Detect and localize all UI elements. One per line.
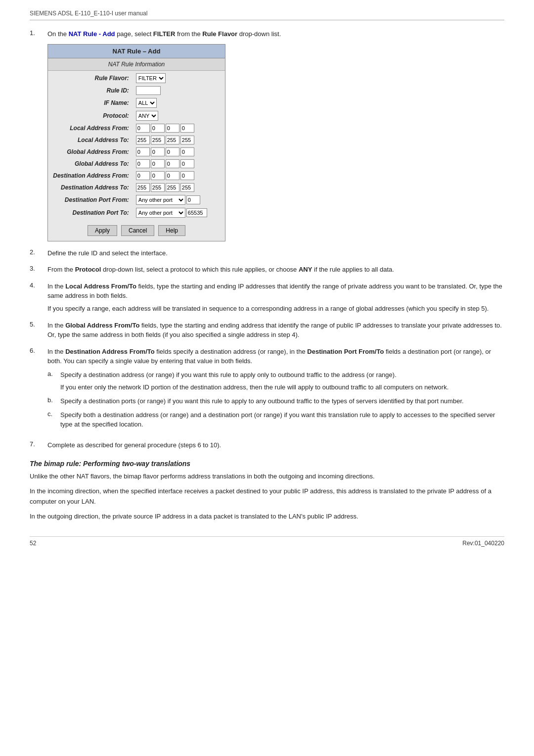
value-rule-flavor[interactable]: FILTER (133, 72, 225, 85)
global-to-ip3[interactable] (166, 159, 179, 168)
local-from-ip3[interactable] (166, 124, 179, 133)
step-4-content: In the Local Address From/To fields, typ… (47, 282, 504, 314)
nat-rule-add-box: NAT Rule – Add NAT Rule Information Rule… (47, 44, 225, 241)
dest-port-from-input[interactable] (186, 195, 200, 204)
label-if-name: IF Name: (48, 96, 133, 109)
step-6a-text: Specify a destination address (or range)… (60, 370, 448, 380)
label-global-to: Global Address To: (48, 158, 133, 170)
step-4-indent: If you specify a range, each address wil… (47, 304, 504, 314)
nat-button-row: Apply Cancel Help (48, 225, 225, 236)
bimap-para-1: Unlike the other NAT flavors, the bimap … (30, 472, 504, 481)
step-2-number: 2. (30, 248, 40, 256)
value-global-from[interactable] (133, 146, 225, 158)
step-6c-text: Specify both a destination address (or r… (60, 410, 504, 429)
dest-to-ip3[interactable] (166, 183, 179, 192)
protocol-select[interactable]: ANY (136, 111, 158, 121)
step-3-text: From the Protocol drop-down list, select… (47, 265, 504, 275)
global-from-ip3[interactable] (166, 147, 179, 156)
value-local-to[interactable] (133, 134, 225, 146)
local-from-ip4[interactable] (180, 124, 194, 133)
step-4-number: 4. (30, 282, 40, 289)
local-to-ip4[interactable] (180, 136, 194, 144)
step-6a: a. Specify a destination address (or ran… (47, 370, 504, 393)
global-to-ip4[interactable] (180, 159, 194, 168)
label-dest-addr-from: Destination Address From: (48, 170, 133, 182)
dest-to-ip2[interactable] (151, 183, 165, 192)
global-from-ip4[interactable] (180, 147, 194, 156)
local-to-ip2[interactable] (151, 136, 165, 144)
page-footer: 52 Rev:01_040220 (30, 536, 504, 547)
step-6b-letter: b. (47, 396, 55, 406)
page-number: 52 (30, 540, 36, 547)
label-protocol: Protocol: (48, 109, 133, 122)
value-global-to[interactable] (133, 158, 225, 170)
value-dest-port-from[interactable]: Any other port (133, 193, 225, 206)
value-dest-port-to[interactable]: Any other port (133, 206, 225, 219)
dest-to-ip4[interactable] (180, 183, 194, 192)
revision-number: Rev:01_040220 (462, 540, 504, 547)
step-3: 3. From the Protocol drop-down list, sel… (30, 265, 504, 275)
nat-rule-add-link[interactable]: NAT Rule - Add (69, 30, 115, 38)
step-6a-content: Specify a destination address (or range)… (60, 370, 448, 393)
field-global-to: Global Address To: (48, 158, 225, 170)
dest-from-ip1[interactable] (136, 171, 150, 180)
label-rule-flavor: Rule Flavor: (48, 72, 133, 85)
step-1-number: 1. (30, 29, 40, 37)
field-local-from: Local Address From: (48, 122, 225, 134)
step-5-content: In the Global Address From/To fields, ty… (47, 321, 504, 340)
local-from-ip1[interactable] (136, 124, 150, 133)
global-to-ip2[interactable] (151, 159, 165, 168)
step-6c-letter: c. (47, 410, 55, 429)
steps-list: 1. On the NAT Rule - Add page, select FI… (30, 29, 504, 450)
step-6-sublist: a. Specify a destination address (or ran… (47, 370, 504, 429)
value-dest-addr-to[interactable] (133, 182, 225, 193)
value-if-name[interactable]: ALL (133, 96, 225, 109)
step-4-text: In the Local Address From/To fields, typ… (47, 282, 504, 301)
step-4: 4. In the Local Address From/To fields, … (30, 282, 504, 314)
value-protocol[interactable]: ANY (133, 109, 225, 122)
field-if-name: IF Name: ALL (48, 96, 225, 109)
dest-port-to-select[interactable]: Any other port (136, 208, 185, 218)
label-dest-port-from: Destination Port From: (48, 193, 133, 206)
step-1-text: On the NAT Rule - Add page, select FILTE… (47, 29, 504, 39)
if-name-select[interactable]: ALL (136, 98, 157, 108)
label-dest-port-to: Destination Port To: (48, 206, 133, 219)
bimap-para-2: In the incoming direction, when the spec… (30, 486, 504, 506)
step-5-text: In the Global Address From/To fields, ty… (47, 321, 504, 340)
step-6a-letter: a. (47, 370, 55, 393)
field-rule-id: Rule ID: (48, 85, 225, 96)
dest-port-from-select[interactable]: Any other port (136, 195, 185, 205)
nat-box-title: NAT Rule – Add (48, 45, 225, 58)
local-to-ip3[interactable] (166, 136, 179, 144)
step-3-content: From the Protocol drop-down list, select… (47, 265, 504, 275)
step-6b-content: Specify a destination ports (or range) i… (60, 396, 464, 406)
dest-port-to-input[interactable] (186, 208, 207, 217)
step-2-text: Define the rule ID and select the interf… (47, 248, 504, 258)
rule-id-input[interactable] (136, 86, 161, 95)
label-local-from: Local Address From: (48, 122, 133, 134)
bimap-heading: The bimap rule: Performing two-way trans… (30, 460, 504, 468)
step-1: 1. On the NAT Rule - Add page, select FI… (30, 29, 504, 241)
step-5: 5. In the Global Address From/To fields,… (30, 321, 504, 340)
cancel-button[interactable]: Cancel (121, 225, 154, 236)
dest-to-ip1[interactable] (136, 183, 150, 192)
dest-from-ip2[interactable] (151, 171, 165, 180)
dest-from-ip3[interactable] (166, 171, 179, 180)
global-to-ip1[interactable] (136, 159, 150, 168)
step-2: 2. Define the rule ID and select the int… (30, 248, 504, 258)
value-local-from[interactable] (133, 122, 225, 134)
dest-from-ip4[interactable] (180, 171, 194, 180)
field-global-from: Global Address From: (48, 146, 225, 158)
local-from-ip2[interactable] (151, 124, 165, 133)
global-from-ip2[interactable] (151, 147, 165, 156)
step-7-text: Complete as described for general proced… (47, 440, 504, 450)
step-7-number: 7. (30, 440, 40, 448)
step-6b: b. Specify a destination ports (or range… (47, 396, 504, 406)
rule-flavor-select[interactable]: FILTER (136, 73, 166, 83)
help-button[interactable]: Help (158, 225, 185, 236)
global-from-ip1[interactable] (136, 147, 150, 156)
apply-button[interactable]: Apply (88, 225, 117, 236)
value-rule-id[interactable] (133, 85, 225, 96)
value-dest-addr-from[interactable] (133, 170, 225, 182)
local-to-ip1[interactable] (136, 136, 150, 144)
